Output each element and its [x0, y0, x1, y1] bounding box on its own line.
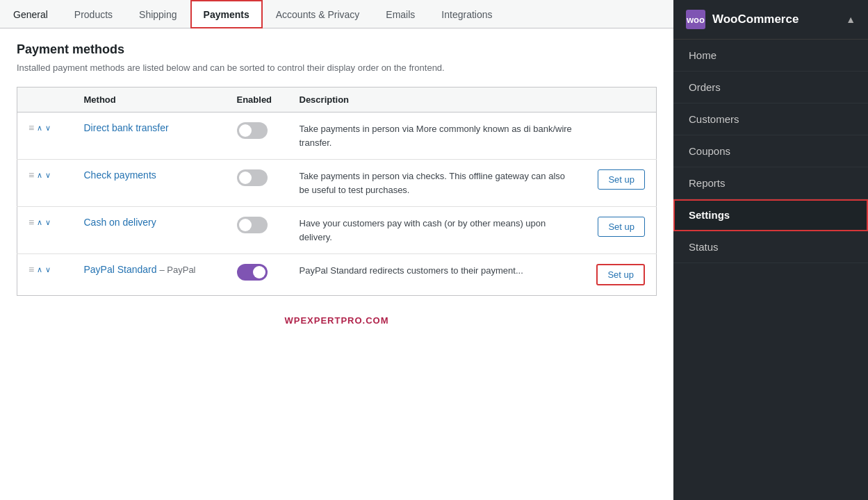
section-title: Payment methods — [17, 42, 657, 57]
woo-brand-name: WooCommerce — [712, 12, 799, 26]
method-link-check-payments[interactable]: Check payments — [84, 169, 156, 181]
desc-cash-on-delivery: Have your customers pay with cash (or by… — [300, 218, 546, 242]
sidebar-item-home[interactable]: Home — [673, 40, 868, 72]
tab-payments[interactable]: Payments — [190, 0, 263, 28]
drag-controls: ≡ ∧ ∨ — [28, 264, 62, 275]
setup-btn-paypal-standard[interactable]: Set up — [596, 264, 645, 285]
payment-row-cash-on-delivery: ≡ ∧ ∨ Cash on delivery Have your custome… — [17, 207, 657, 254]
tab-products[interactable]: Products — [61, 0, 126, 28]
toggle-check-payments[interactable] — [237, 169, 268, 186]
tab-emails[interactable]: Emails — [372, 0, 428, 28]
arrow-up-icon[interactable]: ∧ — [37, 124, 42, 133]
tab-general[interactable]: General — [0, 0, 61, 28]
woo-sidebar: woo WooCommerce ▲ HomeOrdersCustomersCou… — [673, 0, 868, 500]
watermark: WPEXPERTPRO.COM — [0, 310, 673, 331]
payment-row-direct-bank: ≡ ∧ ∨ Direct bank transfer Take payments… — [17, 112, 657, 160]
arrow-down-icon[interactable]: ∨ — [45, 265, 51, 274]
woo-sidebar-header: woo WooCommerce ▲ — [673, 0, 868, 40]
method-link-paypal-standard[interactable]: PayPal Standard — [84, 264, 157, 275]
setup-btn-check-payments[interactable]: Set up — [598, 169, 645, 190]
arrow-up-icon[interactable]: ∧ — [37, 265, 42, 274]
col-desc-header: Description — [288, 88, 586, 112]
drag-controls: ≡ ∧ ∨ — [28, 122, 62, 133]
sidebar-item-settings[interactable]: Settings — [673, 199, 868, 231]
woo-logo: woo — [686, 10, 705, 29]
toggle-slider-direct-bank — [237, 122, 268, 139]
arrow-up-icon[interactable]: ∧ — [37, 218, 42, 227]
setup-btn-cash-on-delivery[interactable]: Set up — [598, 217, 645, 237]
drag-controls: ≡ ∧ ∨ — [28, 217, 62, 228]
payment-row-check-payments: ≡ ∧ ∨ Check payments Take payments in pe… — [17, 160, 657, 207]
toggle-slider-cash-on-delivery — [237, 217, 268, 233]
sidebar-arrow-icon: ▲ — [846, 14, 855, 25]
tab-accounts-privacy[interactable]: Accounts & Privacy — [263, 0, 373, 28]
sidebar-item-coupons[interactable]: Coupons — [673, 135, 868, 167]
drag-handle-icon[interactable]: ≡ — [28, 217, 34, 228]
arrow-up-icon[interactable]: ∧ — [37, 171, 42, 180]
col-drag-header — [17, 88, 73, 112]
toggle-direct-bank[interactable] — [237, 122, 268, 139]
col-action-header — [585, 88, 656, 112]
desc-paypal-standard: PayPal Standard redirects customers to t… — [300, 265, 523, 276]
method-link-direct-bank[interactable]: Direct bank transfer — [84, 122, 169, 133]
payment-methods-table: Method Enabled Description ≡ ∧ ∨ Direct … — [17, 87, 657, 296]
woo-menu: HomeOrdersCustomersCouponsReportsSetting… — [673, 40, 868, 263]
page-wrapper: GeneralProductsShippingPaymentsAccounts … — [0, 0, 868, 500]
content-body: Payment methods Installed payment method… — [0, 28, 673, 310]
drag-handle-icon[interactable]: ≡ — [28, 169, 34, 181]
toggle-slider-paypal-standard — [237, 264, 268, 281]
payment-row-paypal-standard: ≡ ∧ ∨ PayPal Standard – PayPal PayPal St… — [17, 254, 657, 296]
section-description: Installed payment methods are listed bel… — [17, 62, 657, 73]
col-method-header: Method — [73, 88, 226, 112]
sidebar-item-customers[interactable]: Customers — [673, 103, 868, 135]
drag-handle-icon[interactable]: ≡ — [28, 122, 34, 133]
drag-controls: ≡ ∧ ∨ — [28, 169, 62, 181]
woo-logo-text: woo — [687, 15, 705, 25]
tabs-bar: GeneralProductsShippingPaymentsAccounts … — [0, 0, 673, 28]
method-link-cash-on-delivery[interactable]: Cash on delivery — [84, 217, 156, 228]
drag-handle-icon[interactable]: ≡ — [28, 264, 34, 275]
sidebar-item-status[interactable]: Status — [673, 231, 868, 263]
desc-direct-bank: Take payments in person via More commonl… — [300, 124, 572, 148]
tab-integrations[interactable]: Integrations — [428, 0, 505, 28]
toggle-paypal-standard[interactable] — [237, 264, 268, 281]
toggle-slider-check-payments — [237, 169, 268, 186]
arrow-down-icon[interactable]: ∨ — [45, 218, 51, 227]
arrow-down-icon[interactable]: ∨ — [45, 171, 51, 180]
method-suffix: – PayPal — [159, 265, 195, 275]
tab-shipping[interactable]: Shipping — [126, 0, 190, 28]
main-content: GeneralProductsShippingPaymentsAccounts … — [0, 0, 673, 500]
col-enabled-header: Enabled — [226, 88, 288, 112]
toggle-cash-on-delivery[interactable] — [237, 217, 268, 233]
sidebar-item-reports[interactable]: Reports — [673, 167, 868, 199]
sidebar-item-orders[interactable]: Orders — [673, 72, 868, 103]
desc-check-payments: Take payments in person via checks. This… — [300, 171, 566, 195]
arrow-down-icon[interactable]: ∨ — [45, 124, 51, 133]
